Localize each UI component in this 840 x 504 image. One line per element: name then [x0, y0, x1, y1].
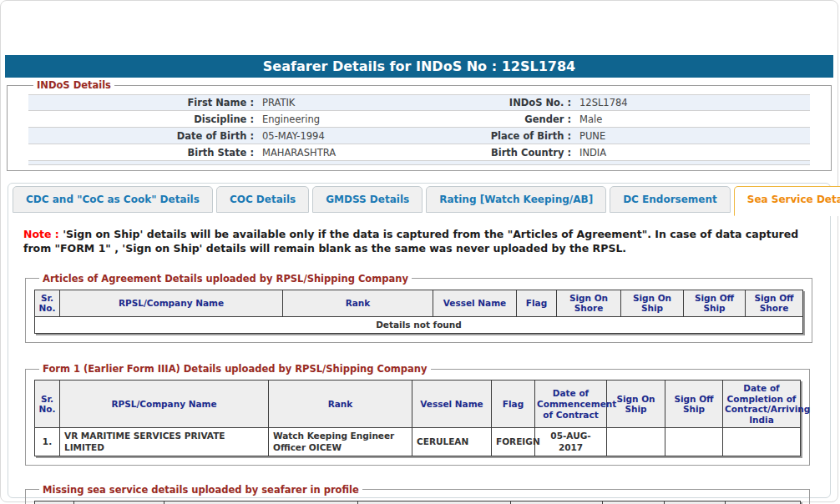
col-vessel-type: Vessel Type: [74, 501, 164, 504]
col-rank: Rank: [283, 290, 433, 316]
articles-of-agreement-legend: Articles of Agreement Details uploaded b…: [39, 273, 412, 285]
col-document-uploaded: Document Uploaded: [726, 501, 801, 504]
indos-details-legend: INDoS Details: [33, 79, 114, 91]
table-row: 1. VR MARITIME SERVICES PRIVATE LIMITED …: [35, 428, 801, 456]
birth-state-value: MAHARASHTRA: [257, 147, 416, 159]
col-sign-off-ship: Sign Off Ship: [665, 381, 723, 428]
indos-no-value: 12SL1784: [574, 97, 810, 108]
col-rank: Rank: [164, 501, 358, 504]
col-completion-date: Date of Completion of Contract/Arriving …: [723, 381, 801, 428]
tab-dc-endorsement[interactable]: DC Endorsement: [610, 186, 731, 213]
first-name-value: PRATIK: [257, 97, 416, 108]
cell-commencement-date: 05-AUG-2017: [535, 428, 607, 456]
missing-sea-service-fieldset: Missing sea service details uploaded by …: [25, 484, 810, 504]
articles-of-agreement-table: Sr. No. RPSL/Company Name Rank Vessel Na…: [34, 290, 803, 334]
indos-no-label: INDoS No. :: [416, 97, 574, 108]
indos-row-state: Birth State : MAHARASHTRA Birth Country …: [28, 144, 810, 161]
indos-details-fieldset: INDoS Details First Name : PRATIK INDoS …: [7, 79, 832, 171]
col-company: RPSL/Company Name: [60, 290, 283, 316]
table-header-row: Sr. No. RPSL/Company Name Rank Vessel Na…: [35, 381, 801, 428]
col-vessel-name: Vessel Name: [433, 290, 517, 316]
cell-rank: Watch Keeping Engineer Officer OICEW: [269, 428, 412, 456]
cell-sr-no: 1.: [35, 428, 60, 456]
col-company: RPSL/Company Name: [60, 381, 269, 428]
tab-gmdss-details[interactable]: GMDSS Details: [312, 186, 423, 213]
tab-rating-watch-keeping-ab[interactable]: Rating [Watch Keeping/AB]: [426, 186, 606, 213]
pob-label: Place of Birth :: [416, 130, 574, 142]
col-vessel-name: Vessel Name: [358, 501, 511, 504]
birth-country-value: INDIA: [574, 147, 810, 159]
col-commencement-date: Date of Commencement of Contract: [535, 381, 607, 428]
note-text: Note : 'Sign on Ship' details will be av…: [23, 228, 815, 256]
col-sign-on-shore: Sign On Shore: [557, 290, 621, 316]
indos-row-name: First Name : PRATIK INDoS No. : 12SL1784: [28, 94, 810, 111]
col-sign-on-ship: Sign On Ship: [621, 290, 684, 316]
table-header-row: Sr. No. RPSL/Company Name Rank Vessel Na…: [35, 290, 803, 316]
note-body: 'Sign on Ship' details will be available…: [23, 228, 798, 255]
form1-table: Sr. No. RPSL/Company Name Rank Vessel Na…: [34, 380, 801, 456]
page: Seafarer Details for INDoS No : 12SL1784…: [0, 0, 838, 502]
indos-row-discipline: Discipline : Engineering Gender : Male: [28, 111, 810, 128]
indos-details-table: First Name : PRATIK INDoS No. : 12SL1784…: [28, 94, 810, 165]
pob-value: PUNE: [574, 130, 810, 142]
gender-value: Male: [574, 113, 810, 125]
col-vessel-name: Vessel Name: [412, 381, 492, 428]
missing-sea-service-legend: Missing sea service details uploaded by …: [39, 484, 362, 496]
indos-row-birth: Date of Birth : 05-MAY-1994 Place of Bir…: [28, 128, 810, 144]
table-header-row: Sr. No. Vessel Type Rank Vessel Name Fla…: [35, 501, 801, 504]
cell-flag: FOREIGN: [492, 428, 535, 456]
birth-country-label: Birth Country :: [416, 147, 574, 159]
col-from-date: From Date: [603, 501, 665, 504]
details-not-found-message: Details not found: [35, 316, 803, 333]
tab-panel: CDC and "CoC as Cook" Details COC Detail…: [8, 183, 831, 498]
col-sign-off-ship: Sign Off Ship: [684, 290, 746, 316]
col-to-date: To Date: [665, 501, 726, 504]
page-title: Seafarer Details for INDoS No : 12SL1784: [5, 55, 833, 78]
col-sr-no: Sr. No.: [35, 290, 60, 316]
cell-sign-off-ship: [665, 428, 723, 456]
first-name-label: First Name :: [28, 97, 257, 108]
dob-label: Date of Birth :: [28, 130, 257, 142]
tab-sea-service-details[interactable]: Sea Service Details: [734, 186, 840, 216]
articles-of-agreement-fieldset: Articles of Agreement Details uploaded b…: [25, 273, 812, 343]
dob-value: 05-MAY-1994: [257, 130, 416, 142]
birth-state-label: Birth State :: [28, 147, 257, 159]
cell-vessel-name: CERULEAN: [412, 428, 492, 456]
col-sign-off-shore: Sign Off Shore: [746, 290, 803, 316]
form1-fieldset: Form 1 (Earlier Form IIIA) Details uploa…: [25, 363, 810, 466]
col-rank: Rank: [269, 381, 412, 428]
col-sr-no: Sr. No.: [35, 381, 60, 428]
note-label: Note :: [23, 228, 59, 240]
gender-label: Gender :: [416, 113, 574, 125]
discipline-value: Engineering: [257, 113, 416, 125]
tab-cdc-coc-cook-details[interactable]: CDC and "CoC as Cook" Details: [13, 186, 213, 213]
missing-sea-service-table: Sr. No. Vessel Type Rank Vessel Name Fla…: [34, 501, 801, 504]
discipline-label: Discipline :: [28, 113, 257, 125]
form1-legend: Form 1 (Earlier Form IIIA) Details uploa…: [39, 363, 431, 375]
indos-bottom-strip: [28, 161, 810, 165]
cell-completion-date: [723, 428, 801, 456]
col-flag: Flag: [517, 290, 557, 316]
cell-sign-on-ship: [607, 428, 665, 456]
empty-row: Details not found: [35, 316, 803, 333]
col-flag: Flag: [492, 381, 535, 428]
col-sr-no: Sr. No.: [35, 501, 74, 504]
col-flag: Flag: [511, 501, 603, 504]
tab-coc-details[interactable]: COC Details: [216, 186, 309, 213]
cell-company: VR MARITIME SERVICES PRIVATE LIMITED: [60, 428, 269, 456]
tab-bar: CDC and "CoC as Cook" Details COC Detail…: [8, 184, 830, 213]
